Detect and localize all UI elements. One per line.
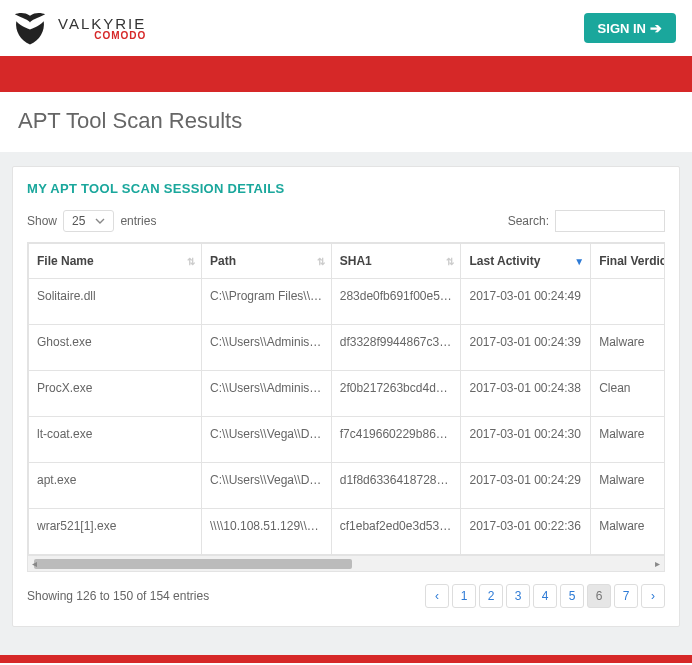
cell-verdict: Malware — [591, 417, 665, 463]
brand-logo[interactable]: VALKYRIE COMODO — [8, 6, 146, 50]
results-card: MY APT TOOL SCAN SESSION DETAILS Show 25… — [12, 166, 680, 627]
sort-desc-icon: ▼ — [574, 256, 584, 267]
horizontal-scrollbar[interactable]: ◂ ▸ — [27, 556, 665, 572]
cell-sha1: d1f8d63364187287ab4... — [331, 463, 461, 509]
cell-verdict: Malware — [591, 463, 665, 509]
table-row[interactable]: Solitaire.dllC:\\Program Files\\Win...28… — [29, 279, 666, 325]
page-prev-button[interactable]: ‹ — [425, 584, 449, 608]
col-last-activity[interactable]: Last Activity▼ — [461, 244, 591, 279]
scroll-left-icon: ◂ — [32, 558, 37, 569]
results-table: File Name⇅ Path⇅ SHA1⇅ Last Activity▼ Fi… — [28, 243, 665, 555]
sort-icon: ⇅ — [446, 256, 454, 267]
col-sha1[interactable]: SHA1⇅ — [331, 244, 461, 279]
sort-icon: ⇅ — [187, 256, 195, 267]
cell-file: wrar521[1].exe — [29, 509, 202, 555]
cell-verdict — [591, 279, 665, 325]
cell-activity: 2017-03-01 00:24:38 — [461, 371, 591, 417]
page-1-button[interactable]: 1 — [452, 584, 476, 608]
length-prefix: Show — [27, 214, 57, 228]
cell-file: Solitaire.dll — [29, 279, 202, 325]
cell-activity: 2017-03-01 00:22:36 — [461, 509, 591, 555]
length-value: 25 — [72, 214, 85, 228]
footer-red-bar — [0, 655, 692, 663]
cell-path: C:\\Users\\Administrat... — [201, 325, 331, 371]
sign-in-button[interactable]: SIGN IN ➔ — [584, 13, 676, 43]
cell-verdict: Malware — [591, 325, 665, 371]
cell-activity: 2017-03-01 00:24:29 — [461, 463, 591, 509]
cell-activity: 2017-03-01 00:24:30 — [461, 417, 591, 463]
cell-path: C:\\Users\\Vega\\Deskt... — [201, 417, 331, 463]
search-input[interactable] — [555, 210, 665, 232]
cell-path: C:\\Program Files\\Win... — [201, 279, 331, 325]
table-row[interactable]: Ghost.exeC:\\Users\\Administrat...df3328… — [29, 325, 666, 371]
cell-activity: 2017-03-01 00:24:39 — [461, 325, 591, 371]
page-5-button[interactable]: 5 — [560, 584, 584, 608]
table-info: Showing 126 to 150 of 154 entries — [27, 589, 209, 603]
col-path[interactable]: Path⇅ — [201, 244, 331, 279]
page-3-button[interactable]: 3 — [506, 584, 530, 608]
page-6-button[interactable]: 6 — [587, 584, 611, 608]
cell-verdict: Malware — [591, 509, 665, 555]
col-file-name[interactable]: File Name⇅ — [29, 244, 202, 279]
results-table-wrapper: File Name⇅ Path⇅ SHA1⇅ Last Activity▼ Fi… — [27, 242, 665, 556]
cell-file: lt-coat.exe — [29, 417, 202, 463]
table-row[interactable]: apt.exeC:\\Users\\Vega\\Deskt...d1f8d633… — [29, 463, 666, 509]
chevron-down-icon — [95, 216, 105, 226]
page-4-button[interactable]: 4 — [533, 584, 557, 608]
cell-sha1: 2f0b217263bcd4d7d89... — [331, 371, 461, 417]
cell-verdict: Clean — [591, 371, 665, 417]
cell-file: apt.exe — [29, 463, 202, 509]
cell-path: \\\\10.108.51.129\\C:\\... — [201, 509, 331, 555]
wing-icon — [8, 6, 52, 50]
page-next-button[interactable]: › — [641, 584, 665, 608]
cell-sha1: cf1ebaf2ed0e3d537a5... — [331, 509, 461, 555]
page-length-control: Show 25 entries — [27, 210, 156, 232]
sign-in-label: SIGN IN — [598, 21, 646, 36]
search-label: Search: — [508, 214, 549, 228]
cell-sha1: 283de0fb691f00e57d7... — [331, 279, 461, 325]
cell-file: Ghost.exe — [29, 325, 202, 371]
page-length-select[interactable]: 25 — [63, 210, 114, 232]
page-2-button[interactable]: 2 — [479, 584, 503, 608]
page-7-button[interactable]: 7 — [614, 584, 638, 608]
page-title: APT Tool Scan Results — [18, 108, 674, 134]
cell-sha1: f7c419660229b865af1... — [331, 417, 461, 463]
table-row[interactable]: lt-coat.exeC:\\Users\\Vega\\Deskt...f7c4… — [29, 417, 666, 463]
cell-sha1: df3328f9944867c3c5e... — [331, 325, 461, 371]
pagination: ‹1234567› — [425, 584, 665, 608]
cell-path: C:\\Users\\Vega\\Deskt... — [201, 463, 331, 509]
arrow-right-icon: ➔ — [650, 20, 662, 36]
cell-path: C:\\Users\\Administrat... — [201, 371, 331, 417]
scrollbar-thumb[interactable] — [34, 559, 352, 569]
col-final-verdict[interactable]: Final Verdict⇅ — [591, 244, 665, 279]
cell-file: ProcX.exe — [29, 371, 202, 417]
table-row[interactable]: ProcX.exeC:\\Users\\Administrat...2f0b21… — [29, 371, 666, 417]
cell-activity: 2017-03-01 00:24:49 — [461, 279, 591, 325]
scroll-right-icon: ▸ — [655, 558, 660, 569]
sort-icon: ⇅ — [317, 256, 325, 267]
length-suffix: entries — [120, 214, 156, 228]
header-red-bar — [0, 56, 692, 92]
card-title: MY APT TOOL SCAN SESSION DETAILS — [27, 181, 665, 196]
table-row[interactable]: wrar521[1].exe\\\\10.108.51.129\\C:\\...… — [29, 509, 666, 555]
